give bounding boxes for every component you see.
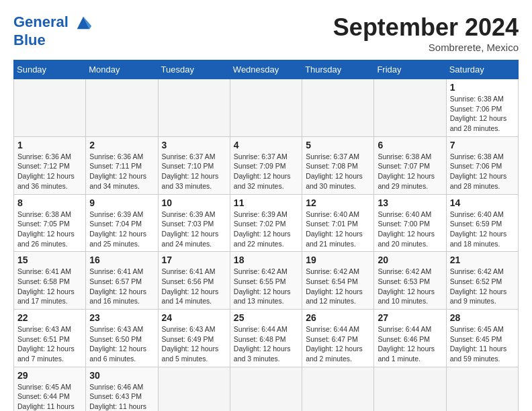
calendar-cell: 14Sunrise: 6:40 AMSunset: 6:59 PMDayligh…: [446, 194, 518, 252]
day-number: 2: [89, 140, 154, 150]
weekday-header: Saturday: [446, 60, 518, 79]
day-number: 23: [89, 312, 154, 323]
calendar-cell: 11Sunrise: 6:39 AMSunset: 7:02 PMDayligh…: [230, 194, 302, 252]
calendar-cell: 6Sunrise: 6:38 AMSunset: 7:07 PMDaylight…: [374, 136, 446, 194]
day-info: Sunrise: 6:44 AMSunset: 6:48 PMDaylight:…: [234, 324, 298, 364]
calendar-cell: 3Sunrise: 6:37 AMSunset: 7:10 PMDaylight…: [158, 136, 230, 194]
day-number: 9: [89, 197, 154, 208]
day-number: 8: [17, 197, 82, 208]
day-number: 25: [234, 312, 298, 323]
day-number: 19: [306, 255, 370, 265]
calendar-cell: 29Sunrise: 6:45 AMSunset: 6:44 PMDayligh…: [14, 367, 86, 411]
day-number: 10: [162, 197, 226, 208]
day-info: Sunrise: 6:39 AMSunset: 7:04 PMDaylight:…: [89, 210, 154, 249]
calendar-cell: 9Sunrise: 6:39 AMSunset: 7:04 PMDaylight…: [86, 194, 158, 252]
day-number: 14: [450, 197, 515, 208]
weekday-header: Sunday: [14, 60, 86, 79]
day-info: Sunrise: 6:38 AMSunset: 7:07 PMDaylight:…: [378, 152, 442, 191]
weekday-header: Tuesday: [158, 60, 230, 79]
weekday-header: Friday: [374, 60, 446, 79]
calendar-cell: [446, 367, 518, 411]
calendar-cell: 12Sunrise: 6:40 AMSunset: 7:01 PMDayligh…: [302, 194, 374, 252]
weekday-header: Thursday: [302, 60, 374, 79]
day-number: 15: [17, 255, 82, 265]
day-number: 30: [89, 370, 154, 381]
calendar-cell: 28Sunrise: 6:45 AMSunset: 6:45 PMDayligh…: [446, 310, 518, 367]
day-info: Sunrise: 6:39 AMSunset: 7:03 PMDaylight:…: [162, 210, 226, 249]
calendar-cell: 10Sunrise: 6:39 AMSunset: 7:03 PMDayligh…: [158, 194, 230, 252]
calendar-week-row: 8Sunrise: 6:38 AMSunset: 7:05 PMDaylight…: [14, 194, 519, 252]
day-number: 1: [17, 140, 82, 150]
calendar-cell: 1Sunrise: 6:36 AMSunset: 7:12 PMDaylight…: [14, 136, 86, 194]
day-info: Sunrise: 6:43 AMSunset: 6:51 PMDaylight:…: [17, 324, 82, 364]
day-number: 5: [306, 140, 370, 150]
calendar-cell: 2Sunrise: 6:36 AMSunset: 7:11 PMDaylight…: [86, 136, 158, 194]
day-info: Sunrise: 6:42 AMSunset: 6:55 PMDaylight:…: [234, 267, 298, 306]
calendar-cell: [86, 79, 158, 137]
day-number: 1: [450, 82, 515, 93]
day-info: Sunrise: 6:40 AMSunset: 7:01 PMDaylight:…: [306, 210, 370, 249]
day-number: 18: [234, 255, 298, 265]
day-info: Sunrise: 6:36 AMSunset: 7:11 PMDaylight:…: [89, 152, 154, 191]
calendar-cell: 16Sunrise: 6:41 AMSunset: 6:57 PMDayligh…: [86, 252, 158, 310]
calendar-cell: 13Sunrise: 6:40 AMSunset: 7:00 PMDayligh…: [374, 194, 446, 252]
calendar-cell: 23Sunrise: 6:43 AMSunset: 6:50 PMDayligh…: [86, 310, 158, 367]
day-number: 11: [234, 197, 298, 208]
calendar-cell: 4Sunrise: 6:37 AMSunset: 7:09 PMDaylight…: [230, 136, 302, 194]
calendar-cell: 7Sunrise: 6:38 AMSunset: 7:06 PMDaylight…: [446, 136, 518, 194]
calendar-cell: 25Sunrise: 6:44 AMSunset: 6:48 PMDayligh…: [230, 310, 302, 367]
calendar-week-row: 29Sunrise: 6:45 AMSunset: 6:44 PMDayligh…: [14, 367, 519, 411]
logo: General Blue: [13, 13, 93, 48]
calendar-table: SundayMondayTuesdayWednesdayThursdayFrid…: [13, 60, 519, 411]
day-number: 17: [162, 255, 226, 265]
calendar-cell: 26Sunrise: 6:44 AMSunset: 6:47 PMDayligh…: [302, 310, 374, 367]
calendar-cell: [14, 79, 86, 137]
day-info: Sunrise: 6:38 AMSunset: 7:05 PMDaylight:…: [17, 210, 82, 249]
calendar-week-row: 1Sunrise: 6:36 AMSunset: 7:12 PMDaylight…: [14, 136, 519, 194]
day-info: Sunrise: 6:37 AMSunset: 7:10 PMDaylight:…: [162, 152, 226, 191]
calendar-week-row: 1Sunrise: 6:38 AMSunset: 7:06 PMDaylight…: [14, 79, 519, 137]
day-number: 16: [89, 255, 154, 265]
header-row: SundayMondayTuesdayWednesdayThursdayFrid…: [14, 60, 519, 79]
calendar-cell: [302, 79, 374, 137]
calendar-cell: 5Sunrise: 6:37 AMSunset: 7:08 PMDaylight…: [302, 136, 374, 194]
weekday-header: Wednesday: [230, 60, 302, 79]
calendar-cell: 30Sunrise: 6:46 AMSunset: 6:43 PMDayligh…: [86, 367, 158, 411]
day-number: 13: [378, 197, 442, 208]
weekday-header: Monday: [86, 60, 158, 79]
day-number: 22: [17, 312, 82, 323]
day-number: 20: [378, 255, 442, 265]
day-info: Sunrise: 6:42 AMSunset: 6:52 PMDaylight:…: [450, 267, 515, 306]
calendar-cell: [158, 79, 230, 137]
day-info: Sunrise: 6:46 AMSunset: 6:43 PMDaylight:…: [89, 382, 154, 411]
calendar-cell: 19Sunrise: 6:42 AMSunset: 6:54 PMDayligh…: [302, 252, 374, 310]
day-number: 4: [234, 140, 298, 150]
day-info: Sunrise: 6:43 AMSunset: 6:49 PMDaylight:…: [162, 324, 226, 364]
day-info: Sunrise: 6:41 AMSunset: 6:57 PMDaylight:…: [89, 267, 154, 306]
page-header: General Blue September 2024 Sombrerete, …: [13, 13, 519, 53]
calendar-cell: [230, 367, 302, 411]
day-info: Sunrise: 6:37 AMSunset: 7:08 PMDaylight:…: [306, 152, 370, 191]
day-number: 7: [450, 140, 515, 150]
calendar-cell: 1Sunrise: 6:38 AMSunset: 7:06 PMDaylight…: [446, 79, 518, 137]
calendar-cell: 15Sunrise: 6:41 AMSunset: 6:58 PMDayligh…: [14, 252, 86, 310]
calendar-cell: 17Sunrise: 6:41 AMSunset: 6:56 PMDayligh…: [158, 252, 230, 310]
day-info: Sunrise: 6:36 AMSunset: 7:12 PMDaylight:…: [17, 152, 82, 191]
calendar-cell: [374, 79, 446, 137]
calendar-cell: [230, 79, 302, 137]
day-info: Sunrise: 6:45 AMSunset: 6:44 PMDaylight:…: [17, 382, 82, 411]
calendar-cell: 18Sunrise: 6:42 AMSunset: 6:55 PMDayligh…: [230, 252, 302, 310]
day-info: Sunrise: 6:44 AMSunset: 6:46 PMDaylight:…: [378, 324, 442, 364]
day-number: 29: [17, 370, 82, 381]
calendar-week-row: 15Sunrise: 6:41 AMSunset: 6:58 PMDayligh…: [14, 252, 519, 310]
day-number: 12: [306, 197, 370, 208]
day-info: Sunrise: 6:43 AMSunset: 6:50 PMDaylight:…: [89, 324, 154, 364]
day-number: 24: [162, 312, 226, 323]
day-number: 28: [450, 312, 515, 323]
day-number: 27: [378, 312, 442, 323]
day-info: Sunrise: 6:45 AMSunset: 6:45 PMDaylight:…: [450, 324, 515, 364]
calendar-cell: 27Sunrise: 6:44 AMSunset: 6:46 PMDayligh…: [374, 310, 446, 367]
day-info: Sunrise: 6:38 AMSunset: 7:06 PMDaylight:…: [450, 94, 515, 134]
calendar-cell: 21Sunrise: 6:42 AMSunset: 6:52 PMDayligh…: [446, 252, 518, 310]
day-number: 26: [306, 312, 370, 323]
